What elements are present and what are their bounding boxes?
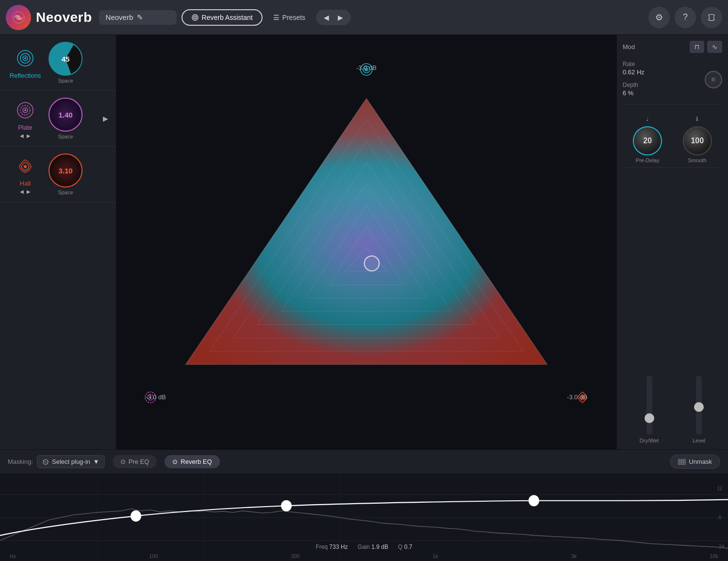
predelay-container: ♩ 20 Pre-Delay [633, 116, 662, 163]
svg-point-4 [195, 17, 196, 18]
assistant-icon [191, 14, 199, 21]
freq-10k: 10k [710, 553, 718, 559]
hall-icon [14, 154, 37, 178]
reverb-eq-label: Reverb EQ [181, 458, 212, 465]
hall-value: 3.10 [58, 167, 72, 175]
reflections-label: Reflections [10, 72, 41, 79]
hall-prev[interactable]: ◀ [20, 189, 24, 194]
plate-knob-container: 1.40 Space [49, 98, 83, 139]
smooth-knob[interactable]: 100 [683, 126, 712, 155]
freq-labels: Hz 100 300 1k 3k 10k [0, 553, 728, 559]
center-area: -3.0 dB [116, 35, 616, 449]
app-title: Neoverb [36, 10, 92, 25]
hall-knob-label: Space [58, 189, 73, 195]
pre-eq-icon: ⊙ [120, 458, 126, 465]
preset-box[interactable]: Neoverb ✎ [99, 10, 177, 25]
plate-knob[interactable]: 1.40 [49, 98, 83, 132]
reverb-assistant-button[interactable]: Reverb Assistant [182, 9, 263, 26]
dropdown-arrow: ▼ [93, 458, 99, 465]
pre-eq-tab[interactable]: ⊙ Pre EQ [113, 455, 157, 468]
logo [6, 5, 31, 30]
plate-label: Plate [18, 124, 33, 131]
top-bar: Neoverb Neoverb ✎ Reverb Assistant ☰ Pre… [0, 0, 728, 35]
reflections-left: Reflections [8, 47, 43, 79]
hall-knob-container: 3.10 Space [49, 153, 83, 195]
presets-label: Presets [282, 14, 305, 21]
drywet-slider[interactable] [646, 375, 652, 435]
freq-label: Freq 733 Hz [316, 544, 348, 550]
drywet-label: Dry/Wet [640, 438, 659, 443]
unmask-label: Unmask [689, 458, 712, 465]
plugin-icon [42, 459, 49, 465]
mod-depth-value: 6 % [623, 89, 645, 97]
bottom-panel: Masking: Select plug-in ▼ ⊙ Pre EQ ⊙ Rev… [0, 449, 728, 561]
masking-label: Masking: [8, 458, 33, 465]
eq-graph[interactable]: 12 -6 -24 Hz 100 300 1k 3k 10k Freq 733 … [0, 474, 728, 561]
unmask-button[interactable]: Unmask [670, 455, 720, 469]
svg-point-12 [24, 109, 26, 111]
db-12: 12 [717, 486, 724, 491]
masking-dropdown[interactable]: Select plug-in ▼ [37, 455, 105, 468]
extra-button[interactable] [701, 7, 722, 28]
edit-icon: ✎ [137, 13, 143, 22]
right-panel: Mod ⊓ ∿ Rate 0.62 Hz Depth 6 % [616, 35, 728, 449]
drywet-slider-container: Dry/Wet [640, 375, 659, 443]
plate-prev[interactable]: ◀ [20, 133, 24, 138]
eq-point-3 [529, 495, 539, 506]
smooth-label: Smooth [688, 157, 707, 163]
mod-wave-button[interactable]: ∿ [707, 41, 722, 53]
predelay-icon-label: ♩ [646, 116, 649, 122]
freq-hz: Hz [10, 553, 16, 559]
db-left-label: -3.0 dB [146, 393, 166, 401]
smooth-value: 100 [691, 136, 704, 145]
plate-knob-label: Space [58, 134, 73, 139]
presets-button[interactable]: ☰ Presets [267, 10, 311, 25]
prev-button[interactable]: ◀ [320, 12, 333, 23]
next-button[interactable]: ▶ [334, 12, 347, 23]
plate-icon [14, 99, 37, 122]
svg-point-8 [24, 57, 26, 59]
predelay-value: 20 [643, 136, 652, 145]
r-indicator: R [705, 71, 722, 88]
reverb-eq-tab[interactable]: ⊙ Reverb EQ [165, 455, 219, 468]
freq-100: 100 [149, 553, 158, 559]
mod-title: Mod [623, 43, 635, 51]
hall-next[interactable]: ▶ [27, 189, 31, 194]
knobs-row: ♩ 20 Pre-Delay ℹ 100 Smooth [623, 112, 722, 168]
plate-play-button[interactable]: ▶ [103, 115, 108, 122]
mod-rate-row: Rate 0.62 Hz [623, 61, 645, 76]
hall-knob[interactable]: 3.10 [49, 153, 83, 187]
db-right-label: -3.0 dB [567, 393, 587, 401]
hall-label: Hall [20, 180, 31, 187]
masking-section: Masking: Select plug-in ▼ [8, 455, 105, 468]
right-db-value: -3.0 dB [567, 393, 587, 401]
plate-module: Plate ◀ ▶ 1.40 Space ▶ [0, 91, 116, 147]
reflections-knob-label: Space [58, 78, 73, 84]
settings-button[interactable]: ⚙ [648, 7, 670, 28]
eq-status: Freq 733 Hz Gain 1.9 dB Q 0.7 [316, 544, 413, 550]
level-slider[interactable] [696, 375, 702, 435]
plate-next[interactable]: ▶ [27, 133, 31, 138]
pre-eq-label: Pre EQ [129, 458, 149, 465]
reflections-icon [14, 47, 37, 70]
level-thumb[interactable] [694, 402, 704, 412]
drywet-thumb[interactable] [645, 413, 654, 423]
mod-square-button[interactable]: ⊓ [690, 41, 704, 53]
select-plugin-label: Select plug-in [52, 458, 90, 465]
plate-nav: ◀ ▶ [20, 133, 31, 138]
freq-3k: 3k [571, 553, 577, 559]
predelay-label: Pre-Delay [636, 157, 660, 163]
predelay-knob[interactable]: 20 [633, 126, 662, 155]
unmask-icon [678, 459, 686, 465]
freq-300: 300 [291, 553, 299, 559]
svg-point-13 [24, 165, 27, 168]
preset-name: Neoverb [106, 13, 133, 21]
reflections-knob[interactable]: 45 [49, 42, 83, 76]
freq-1k: 1k [432, 553, 438, 559]
svg-point-1 [17, 16, 20, 19]
eq-toolbar: Masking: Select plug-in ▼ ⊙ Pre EQ ⊙ Rev… [0, 450, 728, 474]
help-button[interactable]: ? [675, 7, 696, 28]
plate-value: 1.40 [58, 111, 72, 119]
mod-rate-value: 0.62 Hz [623, 68, 645, 76]
eq-point-2 [281, 501, 291, 511]
